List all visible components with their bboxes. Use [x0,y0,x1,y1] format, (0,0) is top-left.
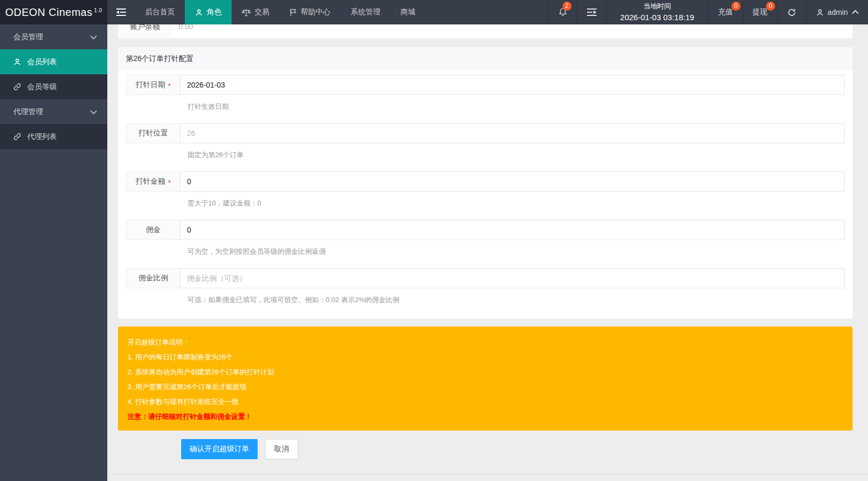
inject-amount-hint: 需大于10，建议金额：0 [181,199,845,208]
menu-arrow-icon [587,8,597,16]
refresh-icon [787,8,796,17]
sidebar-item-label: 会员列表 [27,57,57,67]
field-label-text: 打针日期 [135,80,165,90]
field-group-commission-rate: 佣金比例 可选：如果佣金已填写，此项可留空。例如：0.02 表示2%的佣金比例 [126,268,845,305]
field-label-text: 佣金 [146,225,161,235]
person-icon [13,58,21,66]
local-time-label: 当地时间 [643,1,671,12]
inject-position-hint: 固定为第26个订单 [181,150,845,160]
notice-line: 1. 用户的每日订单限制将变为26个 [127,353,843,362]
sidebar-group-label: 代理管理 [13,107,43,117]
chevron-up-icon [852,10,859,16]
account-balance-row: 账户余额 [118,24,853,38]
notice-line: 4. 打针参数与现有打针系统完全一致 [127,397,843,407]
field-row: 打针金额 * [126,171,845,192]
inject-position-input [181,124,844,143]
sidebar-collapse-button[interactable] [107,0,135,24]
sidebar-group-member-management[interactable]: 会员管理 [0,24,107,49]
nav-item-home[interactable]: 后台首页 [135,0,185,24]
user-menu[interactable]: admin [806,0,868,24]
nav-item-label: 帮助中心 [301,7,330,17]
withdraw-button[interactable]: 提现 0 [743,0,777,24]
link-icon [13,133,21,141]
sidebar-item-member-list[interactable]: 会员列表 [0,49,107,74]
nav-item-system[interactable]: 系统管理 [341,0,390,24]
refresh-button[interactable] [777,0,806,24]
person-icon [195,8,203,16]
commission-hint: 可为空，为空则按照会员等级的佣金比例返佣 [181,247,845,256]
commission-field [180,220,845,240]
sidebar: 会员管理 会员列表 会员等级 代理管理 代理列表 [0,24,107,481]
nav-item-mall[interactable]: 商城 [390,0,426,24]
field-group-commission: 佣金 可为空，为空则按照会员等级的佣金比例返佣 [126,220,845,256]
local-time-value: 2026-01-03 03:18:19 [620,12,694,24]
notifications-button[interactable]: 2 [548,0,577,24]
commission-rate-input[interactable] [181,269,844,288]
recharge-button[interactable]: 充值 0 [708,0,743,24]
field-row: 佣金比例 [126,268,845,288]
inject-date-field [180,75,845,95]
injection-config-form: 打针日期 * 打针生效日期 打针位置 [118,71,853,319]
field-label-text: 佣金比例 [139,273,168,283]
top-navbar: ODEON Cinemas 1.0 后台首页 角色 [0,0,868,24]
recharge-label: 充值 [718,7,733,17]
chevron-down-icon [90,33,97,40]
confirm-super-order-button[interactable]: 确认开启超级订单 [181,439,258,459]
inject-date-hint: 打针生效日期 [181,102,845,111]
sidebar-group-label: 会员管理 [13,32,43,42]
inject-amount-label: 打针金额 * [126,171,181,192]
inject-position-label: 打针位置 [126,123,181,143]
inject-date-input[interactable] [181,75,844,95]
sidebar-item-label: 会员等级 [27,82,57,92]
nav-item-label: 后台首页 [145,7,175,17]
local-time-display: 当地时间 2026-01-03 03:18:19 [606,0,708,24]
commission-label: 佣金 [126,220,181,240]
user-icon [816,8,824,16]
withdraw-label: 提现 [753,7,768,17]
inject-position-field [180,123,845,143]
sidebar-item-label: 代理列表 [27,132,57,142]
inject-date-label: 打针日期 * [126,75,181,95]
app-root: { "brand": { "name": "ODEON Cinemas", "v… [0,0,868,481]
field-label-text: 打针位置 [139,128,168,138]
field-group-inject-amount: 打针金额 * 需大于10，建议金额：0 [126,171,845,208]
commission-input[interactable] [181,220,844,239]
sidebar-item-agent-list[interactable]: 代理列表 [0,124,107,149]
commission-rate-hint: 可选：如果佣金已填写，此项可留空。例如：0.02 表示2%的佣金比例 [181,295,845,305]
brand-version: 1.0 [94,7,102,13]
account-balance-input[interactable] [172,24,853,36]
inject-amount-field [180,171,845,192]
brand-name: ODEON Cinemas [5,6,92,19]
nav-item-help-center[interactable]: 帮助中心 [279,0,341,24]
notice-line: 开启超级订单说明： [127,338,843,347]
collapse-menu-icon [116,8,126,16]
field-row: 打针位置 [126,123,845,143]
bottom-divider [107,474,868,474]
field-group-inject-date: 打针日期 * 打针生效日期 [126,75,845,111]
injection-config-card: 第26个订单打针配置 打针日期 * 打针生效日期 打针位置 [118,47,853,319]
notice-warning: 注意：请仔细核对打针金额和佣金设置！ [127,412,843,422]
navbar-spacer [426,0,548,24]
cancel-button[interactable]: 取消 [265,439,298,459]
required-marker: * [168,178,171,187]
required-marker: * [168,82,171,90]
form-actions: 确认开启超级订单 取消 [181,439,853,459]
commission-rate-label: 佣金比例 [126,268,181,288]
nav-item-label: 商城 [401,7,415,17]
user-name: admin [828,8,848,16]
scale-icon [242,8,251,16]
nav-item-transactions[interactable]: 交易 [232,0,279,24]
notice-line: 3. 用户需要完成第26个订单后才能提现 [127,382,843,392]
sidebar-group-agent-management[interactable]: 代理管理 [0,99,107,124]
commission-rate-field [180,268,845,288]
field-group-inject-position: 打针位置 固定为第26个订单 [126,123,845,160]
field-row: 打针日期 * [126,75,845,95]
sidebar-item-member-levels[interactable]: 会员等级 [0,74,107,99]
navbar-right: 2 当地时间 2026-01-03 03:18:19 充值 0 提现 0 [548,0,868,24]
clear-cache-button[interactable] [577,0,606,24]
notice-line: 2. 系统将自动为用户创建第26个订单的打针计划 [127,367,843,377]
inject-amount-input[interactable] [181,172,844,191]
field-row: 佣金 [126,220,845,240]
account-balance-row-clipped: 账户余额 [118,24,853,39]
nav-item-roles[interactable]: 角色 [185,0,232,24]
